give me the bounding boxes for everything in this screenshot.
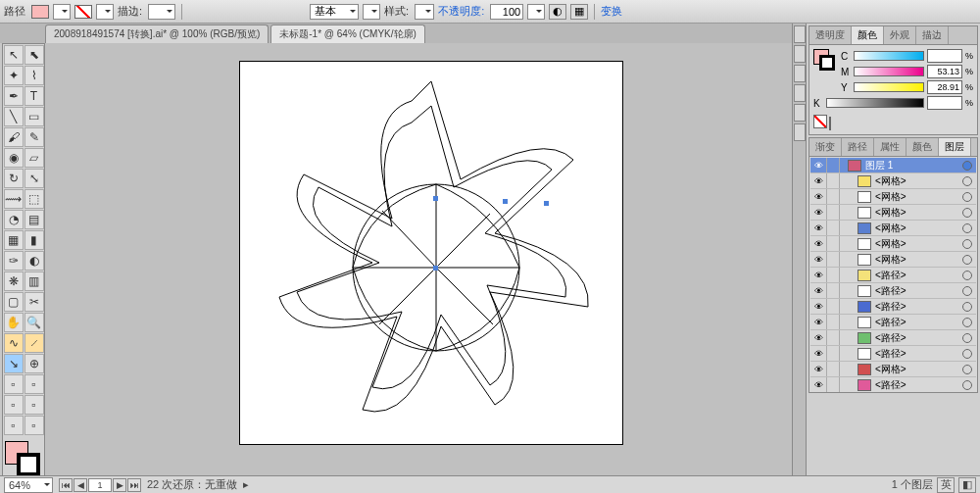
rotate-tool[interactable]: ↻ — [4, 169, 24, 188]
layer-name[interactable]: <路径> — [873, 269, 962, 282]
magic-wand-tool[interactable]: ✦ — [4, 66, 24, 85]
visibility-icon[interactable]: 👁 — [810, 255, 826, 265]
layer-name[interactable]: <路径> — [873, 284, 962, 298]
opacity-input[interactable] — [490, 4, 523, 20]
prev-page-button[interactable]: ◀ — [74, 478, 87, 492]
pencil-tool[interactable]: ✎ — [24, 127, 44, 147]
stroke-weight-dropdown[interactable] — [148, 4, 175, 20]
layer-row[interactable]: 👁<网格> — [810, 252, 976, 268]
zoom-tool[interactable]: 🔍 — [24, 313, 44, 332]
brush-menu[interactable] — [363, 4, 380, 20]
align-icon[interactable]: ▦ — [570, 4, 588, 20]
tool-f[interactable]: ▫ — [24, 416, 44, 435]
strip-icon[interactable] — [794, 25, 806, 43]
target-icon[interactable] — [962, 380, 972, 390]
lasso-tool[interactable]: ⌇ — [24, 66, 44, 85]
stroke-color[interactable] — [17, 453, 40, 476]
lock-cell[interactable] — [826, 252, 840, 267]
brush-tool[interactable]: 🖌 — [4, 127, 24, 147]
visibility-icon[interactable]: 👁 — [810, 208, 826, 218]
strip-icon[interactable] — [794, 45, 806, 63]
last-page-button[interactable]: ⏭ — [127, 478, 141, 492]
perspective-tool[interactable]: ▤ — [24, 210, 44, 229]
visibility-icon[interactable]: 👁 — [810, 271, 826, 280]
tab-layers[interactable]: 图层 — [939, 138, 971, 156]
layer-name[interactable]: <路径> — [873, 347, 962, 361]
direct-select-tool[interactable]: ⬉ — [24, 45, 44, 65]
layer-row[interactable]: 👁<网格> — [810, 362, 976, 377]
lock-cell[interactable] — [826, 377, 840, 392]
layer-name[interactable]: 图层 1 — [863, 159, 962, 173]
target-icon[interactable] — [962, 302, 972, 312]
target-icon[interactable] — [962, 176, 972, 186]
join-tool[interactable]: ↘ — [4, 354, 24, 373]
layer-name[interactable]: <路径> — [873, 300, 962, 314]
graph-tool[interactable]: ▥ — [24, 271, 44, 291]
opacity-label[interactable]: 不透明度: — [438, 4, 484, 19]
channel-value[interactable] — [927, 49, 962, 63]
status-icon[interactable]: ◧ — [958, 477, 976, 493]
scale-tool[interactable]: ⤡ — [24, 169, 44, 188]
hand-tool[interactable]: ✋ — [4, 313, 24, 332]
next-page-button[interactable]: ▶ — [113, 478, 126, 492]
eyedropper-tool[interactable]: ✑ — [4, 251, 24, 271]
layer-row[interactable]: 👁<路径> — [810, 299, 976, 315]
visibility-icon[interactable]: 👁 — [810, 349, 826, 359]
target-icon[interactable] — [962, 333, 972, 343]
visibility-icon[interactable]: 👁 — [810, 176, 826, 186]
width-tool[interactable]: ⟿ — [4, 189, 24, 209]
style-dropdown[interactable] — [415, 4, 434, 20]
visibility-icon[interactable]: 👁 — [810, 239, 826, 249]
layer-row[interactable]: 👁<路径> — [810, 268, 976, 283]
tab-swatches[interactable]: 颜色 — [906, 138, 939, 156]
layer-row[interactable]: 👁<网格> — [810, 173, 976, 189]
tab-opacity[interactable]: 透明度 — [809, 26, 852, 44]
visibility-icon[interactable]: 👁 — [810, 333, 826, 343]
channel-slider[interactable] — [854, 82, 924, 92]
doc-tab-1[interactable]: 2008918491574 [转换].ai* @ 100% (RGB/预览) — [45, 25, 269, 43]
layer-row[interactable]: 👁<路径> — [810, 346, 976, 362]
layer-row[interactable]: 👁<网格> — [810, 189, 976, 205]
lock-cell[interactable] — [826, 158, 840, 173]
visibility-icon[interactable]: 👁 — [810, 192, 826, 202]
layer-name[interactable]: <网格> — [873, 253, 962, 267]
doc-tab-2[interactable]: 未标题-1* @ 64% (CMYK/轮廓) — [270, 25, 425, 43]
layer-header-row[interactable]: 👁 图层 1 — [810, 158, 976, 173]
curvature-tool[interactable]: ∿ — [4, 333, 24, 353]
tab-appearance[interactable]: 外观 — [884, 26, 916, 44]
none-swatch[interactable] — [813, 115, 827, 128]
layer-row[interactable]: 👁<网格> — [810, 205, 976, 221]
visibility-icon[interactable]: 👁 — [810, 318, 826, 327]
strip-icon[interactable] — [794, 65, 806, 82]
lock-cell[interactable] — [826, 283, 840, 298]
anchor-tool[interactable]: ⟋ — [24, 333, 44, 353]
canvas[interactable] — [45, 43, 806, 475]
layer-name[interactable]: <网格> — [873, 190, 962, 204]
selection-tool[interactable]: ↖ — [4, 45, 24, 65]
channel-value[interactable] — [927, 65, 962, 78]
lock-cell[interactable] — [826, 189, 840, 204]
visibility-icon[interactable]: 👁 — [810, 223, 826, 233]
blob-brush-tool[interactable]: ◉ — [4, 148, 24, 168]
measure-tool[interactable]: ⊕ — [24, 354, 44, 373]
visibility-icon[interactable]: 👁 — [810, 365, 826, 374]
fill-swatch[interactable] — [31, 5, 49, 19]
first-page-button[interactable]: ⏮ — [59, 478, 73, 492]
layer-name[interactable]: <网格> — [873, 363, 962, 376]
layer-name[interactable]: <网格> — [873, 237, 962, 251]
target-icon[interactable] — [962, 192, 972, 202]
layer-row[interactable]: 👁<路径> — [810, 377, 976, 392]
tab-gradient[interactable]: 渐变 — [809, 138, 842, 156]
channel-value[interactable] — [927, 96, 962, 110]
tool-b[interactable]: ▫ — [24, 374, 44, 394]
lock-cell[interactable] — [826, 268, 840, 282]
target-icon[interactable] — [962, 365, 972, 374]
mesh-tool[interactable]: ▦ — [4, 230, 24, 250]
slice-tool[interactable]: ✂ — [24, 292, 44, 312]
tab-stroke[interactable]: 描边 — [916, 26, 949, 44]
tool-d[interactable]: ▫ — [24, 395, 44, 415]
visibility-icon[interactable]: 👁 — [810, 286, 826, 296]
layer-name[interactable]: <网格> — [873, 222, 962, 235]
lock-cell[interactable] — [826, 346, 840, 361]
lock-cell[interactable] — [826, 221, 840, 235]
